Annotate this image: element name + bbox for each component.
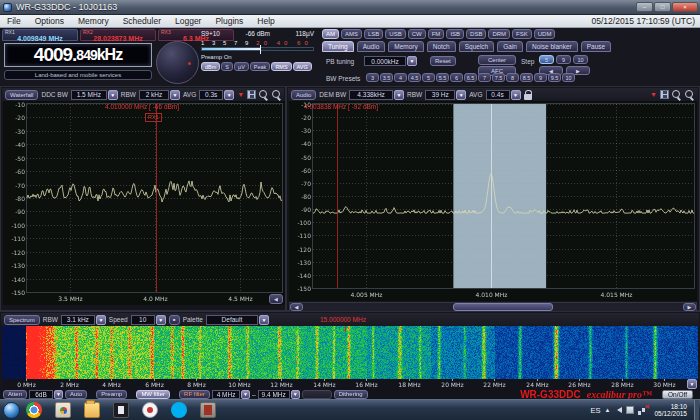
scroll-right-button[interactable]: ▶ — [683, 303, 696, 311]
chevron-down-icon[interactable]: ▼ — [96, 315, 106, 325]
chevron-down-icon[interactable]: ▼ — [224, 90, 234, 100]
palette-select[interactable]: Default ▼ — [206, 315, 269, 325]
chevron-down-icon[interactable]: ▼ — [108, 90, 118, 100]
chevron-down-icon[interactable]: ▼ — [291, 390, 300, 399]
mode-ams[interactable]: AMS — [341, 29, 362, 39]
chevron-down-icon[interactable]: ▼ — [241, 390, 250, 399]
chevron-down-icon[interactable]: ▼ — [259, 315, 269, 325]
tab-audio[interactable]: Audio — [357, 41, 386, 52]
mode-usb[interactable]: USB — [385, 29, 405, 39]
menu-options[interactable]: Options — [28, 16, 71, 26]
audio-view-button[interactable]: Audio — [291, 90, 316, 100]
show-desktop-button[interactable] — [694, 400, 699, 420]
range-chevron-down-icon[interactable]: ▼ — [687, 379, 697, 389]
smeter-mode-peak[interactable]: Peak — [250, 62, 271, 71]
tab-tuning[interactable]: Tuning — [322, 41, 354, 52]
smeter-mode-dbm[interactable]: dBm — [201, 62, 220, 71]
zoom-in-icon[interactable] — [672, 90, 682, 100]
language-indicator[interactable]: ES — [590, 406, 600, 415]
scrollbar-track[interactable] — [303, 303, 683, 311]
spectrum-view-button[interactable]: Spectrum — [4, 315, 40, 325]
speed-select[interactable]: 10 ▼ — [131, 315, 166, 325]
start-button[interactable] — [3, 402, 20, 419]
rbw-select[interactable]: 39 Hz ▼ — [425, 90, 466, 100]
rbw-select[interactable]: 2 kHz ▼ — [139, 90, 180, 100]
tab-squelch[interactable]: Squelch — [459, 41, 495, 52]
rx1-tab[interactable]: RX1 4.009849 MHz — [2, 29, 78, 41]
smeter-mode--v[interactable]: µV — [234, 62, 249, 71]
chevron-down-icon[interactable]: ▼ — [394, 90, 404, 100]
ddc-bw-select[interactable]: 1.5 MHz ▼ — [71, 90, 118, 100]
taskbar-icon-skype[interactable] — [171, 402, 187, 418]
mode-am[interactable]: AM — [322, 29, 339, 39]
network-disconnected-icon[interactable] — [638, 406, 647, 415]
step-9[interactable]: 9 — [556, 55, 571, 64]
tab-memory[interactable]: Memory — [388, 41, 423, 52]
mode-lsb[interactable]: LSB — [364, 29, 383, 39]
maximize-button[interactable]: □ — [654, 2, 671, 12]
bw-preset-8[interactable]: 8 — [506, 73, 519, 82]
rx2-tab[interactable]: RX2 28.023873 MHz — [80, 29, 156, 41]
tray-clock[interactable]: 18:10 05/12/2015 — [651, 403, 690, 418]
lock-icon[interactable] — [524, 94, 532, 100]
taskbar-icon-app-dark[interactable] — [113, 402, 129, 418]
chevron-down-icon[interactable]: ▼ — [407, 56, 417, 66]
bw-preset-5-5[interactable]: 5.5 — [436, 73, 449, 82]
save-icon[interactable] — [247, 90, 256, 99]
mode-udm[interactable]: UDM — [534, 29, 556, 39]
smeter-mode-avg[interactable]: AVG — [293, 62, 312, 71]
chevron-down-icon[interactable]: ▼ — [170, 90, 180, 100]
marker-icon[interactable]: ▼ — [650, 91, 657, 98]
smeter-mode-s[interactable]: S — [221, 62, 233, 71]
bw-preset-9[interactable]: 9 — [534, 73, 547, 82]
tray-expand-icon[interactable]: ▲ — [605, 407, 611, 413]
zoom-out-icon[interactable] — [685, 90, 695, 100]
tab-gain[interactable]: Gain — [497, 41, 523, 52]
reset-button[interactable]: Reset — [430, 56, 456, 66]
mode-isb[interactable]: ISB — [446, 29, 464, 39]
menu-plugins[interactable]: Plugins — [208, 16, 250, 26]
rbw-select[interactable]: 3.1 kHz ▼ — [61, 315, 106, 325]
mode-fm[interactable]: FM — [428, 29, 445, 39]
chevron-down-icon[interactable]: ▼ — [54, 390, 63, 399]
smeter-mode-rms[interactable]: RMS — [271, 62, 291, 71]
dithering-button[interactable]: Dithering — [334, 390, 368, 399]
rf-filter-from-select[interactable]: 4 MHz ▼ — [212, 390, 250, 399]
bw-preset-6-5[interactable]: 6.5 — [464, 73, 477, 82]
scroll-left-button[interactable]: ◀ — [290, 303, 303, 311]
scrollbar-thumb[interactable] — [453, 303, 553, 311]
bw-preset-6[interactable]: 6 — [450, 73, 463, 82]
pb-tuning-select[interactable]: 0.000kHz ▼ — [364, 56, 417, 66]
tuning-knob[interactable] — [156, 41, 199, 84]
tab-pause[interactable]: Pause — [581, 41, 611, 52]
waterfall-canvas[interactable] — [2, 326, 698, 390]
channel-spectrum-canvas[interactable] — [289, 101, 697, 301]
avg-select[interactable]: 0.4s ▼ — [486, 90, 521, 100]
bw-preset-5[interactable]: 5 — [422, 73, 435, 82]
taskbar-icon-app-red[interactable] — [200, 402, 216, 418]
atten-auto-button[interactable]: Auto — [65, 390, 87, 399]
volume-icon[interactable] — [614, 407, 622, 413]
bw-preset-8-5[interactable]: 8.5 — [520, 73, 533, 82]
step-5[interactable]: 5 — [539, 55, 554, 64]
mode-drm[interactable]: DRM — [488, 29, 510, 39]
avg-select[interactable]: 0.3s ▼ — [199, 90, 234, 100]
frequency-display[interactable]: 4009.849kHz — [4, 43, 152, 67]
chevron-down-icon[interactable]: ▼ — [511, 90, 521, 100]
taskbar-icon-paint[interactable] — [55, 402, 71, 418]
ddc-spectrum-canvas[interactable] — [3, 101, 285, 305]
tab-notch[interactable]: Notch — [427, 41, 456, 52]
menu-help[interactable]: Help — [250, 16, 281, 26]
menu-scheduler[interactable]: Scheduler — [116, 16, 168, 26]
zoom-in-icon[interactable] — [259, 90, 269, 100]
chevron-down-icon[interactable]: ▼ — [456, 90, 466, 100]
mode-cw[interactable]: CW — [408, 29, 426, 39]
taskbar-icon-media[interactable] — [142, 402, 158, 418]
bw-preset-7[interactable]: 7 — [478, 73, 491, 82]
save-icon[interactable] — [660, 90, 669, 99]
bw-preset-9-5[interactable]: 9.5 — [548, 73, 561, 82]
bw-preset-4[interactable]: 4 — [394, 73, 407, 82]
dem-bw-select[interactable]: 4.338kHz ▼ — [349, 90, 404, 100]
taskbar-icon-chrome[interactable] — [26, 402, 42, 418]
waterfall-view-button[interactable]: Waterfall — [5, 90, 38, 100]
